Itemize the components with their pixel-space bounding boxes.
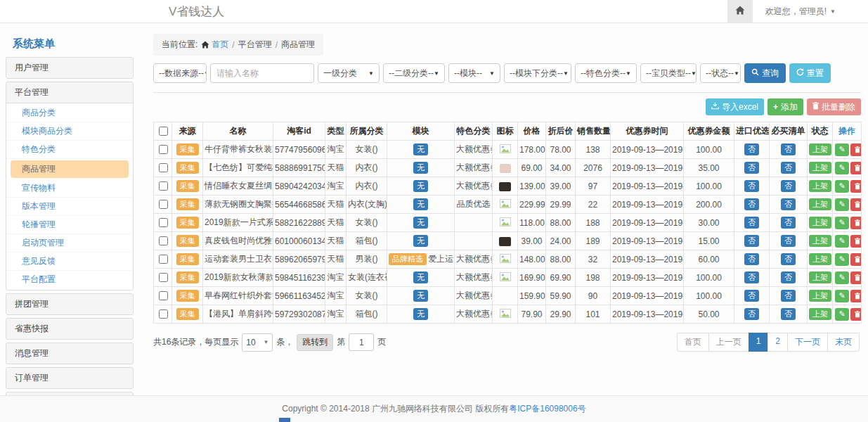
edit-button[interactable]: ✎ bbox=[835, 198, 849, 211]
must-buy-toggle[interactable]: 否 bbox=[781, 308, 796, 320]
filter-select-category1[interactable]: 一级分类▼ bbox=[318, 63, 380, 83]
delete-button[interactable] bbox=[850, 180, 862, 193]
filter-select-module-sub[interactable]: --模块下分类--▼ bbox=[504, 63, 571, 83]
reset-button[interactable]: 重置 bbox=[789, 63, 831, 83]
edit-button[interactable]: ✎ bbox=[835, 290, 849, 302]
filter-select-status[interactable]: --状态--▼ bbox=[700, 63, 741, 83]
import-select-toggle[interactable]: 否 bbox=[744, 143, 759, 155]
row-checkbox[interactable] bbox=[159, 163, 168, 172]
edit-button[interactable]: ✎ bbox=[835, 271, 849, 284]
sidebar-item-goods-manage[interactable]: 商品管理 bbox=[11, 160, 129, 178]
import-select-toggle[interactable]: 否 bbox=[744, 162, 759, 174]
import-select-toggle[interactable]: 否 bbox=[744, 308, 759, 320]
pager-first[interactable]: 首页 bbox=[677, 333, 709, 352]
must-buy-toggle[interactable]: 否 bbox=[781, 180, 796, 192]
pager-page-2[interactable]: 2 bbox=[767, 333, 788, 352]
icp-link[interactable]: 粤ICP备16098006号 bbox=[509, 404, 585, 414]
must-buy-toggle[interactable]: 否 bbox=[781, 253, 796, 265]
delete-button[interactable] bbox=[850, 235, 862, 248]
import-select-toggle[interactable]: 否 bbox=[744, 290, 759, 302]
import-excel-button[interactable]: 导入excel bbox=[706, 98, 764, 115]
delete-button[interactable] bbox=[850, 162, 862, 174]
sidebar-item-feedback[interactable]: 意见反馈 bbox=[6, 252, 133, 271]
status-toggle[interactable]: 上架 bbox=[809, 162, 831, 174]
must-buy-toggle[interactable]: 否 bbox=[781, 271, 796, 283]
home-button[interactable] bbox=[727, 0, 753, 23]
row-checkbox[interactable] bbox=[159, 291, 168, 300]
row-checkbox[interactable] bbox=[159, 200, 168, 209]
breadcrumb-home-link[interactable]: 首页 bbox=[201, 39, 228, 51]
must-buy-toggle[interactable]: 否 bbox=[781, 217, 796, 229]
sidebar-group-saving-news[interactable]: 省惠快报 bbox=[6, 319, 133, 339]
user-menu[interactable]: 欢迎您，管理员! ▼ bbox=[753, 6, 868, 18]
sidebar-group-users[interactable]: 用户管理 bbox=[6, 58, 133, 78]
sidebar-item-platform-config[interactable]: 平台配置 bbox=[6, 271, 133, 288]
sidebar-group-group-buy[interactable]: 拼团管理 bbox=[6, 294, 133, 314]
import-select-toggle[interactable]: 否 bbox=[744, 198, 759, 210]
sidebar-item-splash-manage[interactable]: 启动页管理 bbox=[6, 234, 133, 252]
row-checkbox[interactable] bbox=[159, 145, 168, 154]
delete-button[interactable] bbox=[850, 308, 862, 321]
status-toggle[interactable]: 上架 bbox=[809, 198, 831, 210]
pager-page-1[interactable]: 1 bbox=[749, 333, 769, 352]
delete-button[interactable] bbox=[850, 143, 862, 156]
edit-button[interactable]: ✎ bbox=[835, 180, 849, 193]
add-button[interactable]: + 添加 bbox=[767, 98, 803, 115]
jump-button[interactable]: 跳转到 bbox=[297, 334, 333, 351]
sidebar-item-carousel-manage[interactable]: 轮播管理 bbox=[6, 216, 133, 234]
search-name-input[interactable] bbox=[210, 63, 314, 83]
status-toggle[interactable]: 上架 bbox=[809, 235, 831, 247]
select-all-checkbox[interactable] bbox=[159, 127, 168, 136]
edit-button[interactable]: ✎ bbox=[835, 235, 849, 248]
delete-button[interactable] bbox=[850, 198, 862, 211]
sidebar-item-module-goods-category[interactable]: 模块商品分类 bbox=[6, 122, 133, 141]
import-select-toggle[interactable]: 否 bbox=[744, 180, 759, 192]
import-select-toggle[interactable]: 否 bbox=[744, 235, 759, 247]
edit-button[interactable]: ✎ bbox=[835, 143, 849, 156]
filter-select-module[interactable]: --模块--▼ bbox=[448, 63, 500, 83]
row-checkbox[interactable] bbox=[159, 309, 168, 319]
status-toggle[interactable]: 上架 bbox=[809, 180, 831, 192]
status-toggle[interactable]: 上架 bbox=[809, 308, 831, 320]
sidebar-item-promo-material[interactable]: 宣传物料 bbox=[6, 179, 133, 198]
sidebar-group-message[interactable]: 消息管理 bbox=[6, 343, 133, 364]
pager-prev[interactable]: 上一页 bbox=[708, 333, 749, 352]
edit-button[interactable]: ✎ bbox=[835, 162, 849, 174]
delete-button[interactable] bbox=[850, 217, 862, 229]
row-checkbox[interactable] bbox=[159, 236, 168, 245]
pager-last[interactable]: 末页 bbox=[827, 333, 860, 352]
status-toggle[interactable]: 上架 bbox=[809, 143, 831, 155]
filter-select-item-type[interactable]: --宝贝类型--▼ bbox=[640, 63, 697, 83]
status-toggle[interactable]: 上架 bbox=[809, 271, 831, 283]
filter-select-special[interactable]: --特色分类--▼ bbox=[575, 63, 637, 83]
sidebar-item-version-manage[interactable]: 版本管理 bbox=[6, 198, 133, 216]
status-toggle[interactable]: 上架 bbox=[809, 253, 831, 265]
must-buy-toggle[interactable]: 否 bbox=[781, 290, 796, 302]
must-buy-toggle[interactable]: 否 bbox=[781, 235, 796, 247]
must-buy-toggle[interactable]: 否 bbox=[781, 162, 796, 174]
sidebar-group-platform[interactable]: 平台管理 bbox=[6, 82, 133, 103]
delete-button[interactable] bbox=[850, 253, 862, 266]
status-toggle[interactable]: 上架 bbox=[809, 290, 831, 302]
sidebar-item-special-category[interactable]: 特色分类 bbox=[6, 141, 133, 159]
sidebar-item-goods-category[interactable]: 商品分类 bbox=[6, 104, 133, 122]
delete-button[interactable] bbox=[850, 290, 862, 302]
row-checkbox[interactable] bbox=[159, 255, 168, 264]
search-button[interactable]: 查询 bbox=[744, 63, 786, 83]
sidebar-group-order[interactable]: 订单管理 bbox=[6, 368, 133, 388]
edit-button[interactable]: ✎ bbox=[835, 253, 849, 266]
import-select-toggle[interactable]: 否 bbox=[744, 271, 759, 283]
row-checkbox[interactable] bbox=[159, 273, 168, 282]
page-number-input[interactable] bbox=[349, 333, 374, 351]
import-select-toggle[interactable]: 否 bbox=[744, 217, 759, 229]
filter-select-category2[interactable]: --二级分类--▼ bbox=[383, 63, 445, 83]
per-page-select[interactable]: 10▼ bbox=[242, 333, 273, 352]
pager-next[interactable]: 下一页 bbox=[787, 333, 828, 352]
row-checkbox[interactable] bbox=[159, 218, 168, 227]
batch-delete-button[interactable]: 批量删除 bbox=[807, 98, 861, 115]
delete-button[interactable] bbox=[850, 271, 862, 284]
filter-select-data-source[interactable]: --数据来源--▼ bbox=[153, 63, 207, 83]
import-select-toggle[interactable]: 否 bbox=[744, 253, 759, 265]
edit-button[interactable]: ✎ bbox=[835, 308, 849, 321]
row-checkbox[interactable] bbox=[159, 181, 168, 191]
